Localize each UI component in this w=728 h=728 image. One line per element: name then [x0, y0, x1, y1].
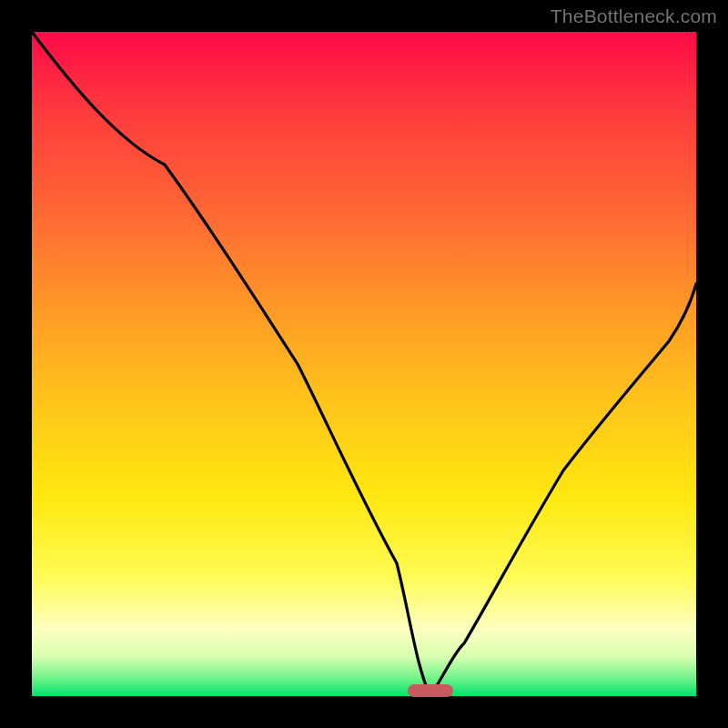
curve-path: [32, 32, 696, 696]
bottleneck-curve: [32, 32, 696, 696]
optimal-marker: [408, 684, 453, 697]
chart-frame: TheBottleneck.com: [0, 0, 728, 728]
watermark-text: TheBottleneck.com: [551, 5, 717, 27]
plot-area: [32, 32, 696, 696]
